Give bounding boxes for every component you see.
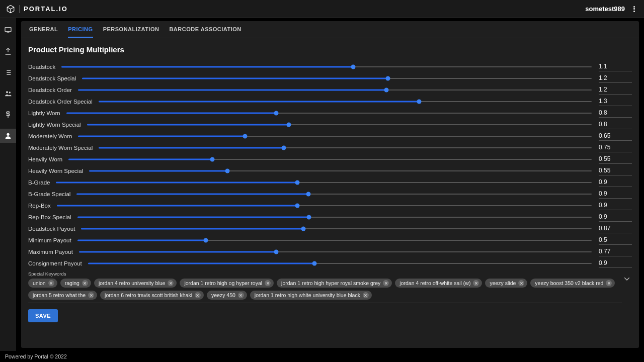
keywords-dropdown-icon[interactable] — [622, 277, 632, 281]
keyword-chip[interactable]: union — [28, 279, 57, 288]
slider-value-input[interactable]: 0.8 — [599, 109, 632, 118]
kebab-menu-icon[interactable] — [630, 5, 638, 13]
chip-remove-icon[interactable] — [473, 280, 479, 286]
keyword-chip[interactable]: jordan 1 retro high og hyper royal — [180, 279, 274, 288]
slider-thumb[interactable] — [417, 99, 421, 104]
dollar-icon[interactable] — [0, 108, 16, 122]
people-icon[interactable] — [0, 86, 16, 101]
keyword-chip[interactable]: jordan 1 retro high hyper royal smoke gr… — [277, 279, 392, 288]
slider-track[interactable] — [66, 112, 592, 114]
chip-remove-icon[interactable] — [518, 280, 524, 286]
chip-remove-icon[interactable] — [383, 280, 389, 286]
keyword-chip[interactable]: yeezy 450 — [207, 291, 247, 300]
chip-remove-icon[interactable] — [195, 292, 201, 298]
chip-remove-icon[interactable] — [82, 280, 88, 286]
slider-thumb[interactable] — [286, 122, 291, 127]
person-icon[interactable] — [0, 129, 16, 143]
keyword-chip[interactable]: jordan 5 retro what the — [28, 291, 97, 300]
tab-personalization[interactable]: PERSONALIZATION — [103, 21, 159, 38]
slider-track[interactable] — [77, 216, 592, 218]
slider-value-input[interactable]: 0.9 — [599, 201, 632, 210]
slider-value-input[interactable]: 0.77 — [599, 247, 632, 256]
slider-track[interactable] — [77, 239, 592, 241]
keyword-chip[interactable]: jordan 4 retro university blue — [94, 279, 177, 288]
slider-value-input[interactable]: 0.9 — [599, 190, 632, 199]
slider-track[interactable] — [88, 262, 592, 264]
slider-thumb[interactable] — [281, 145, 286, 150]
logo[interactable]: PORTAL.IO — [6, 5, 68, 14]
slider-row-b-grade: B-Grade0.9 — [28, 176, 632, 188]
slider-value-input[interactable]: 1.2 — [599, 74, 632, 83]
slider-value-input[interactable]: 0.65 — [599, 132, 632, 141]
slider-thumb[interactable] — [385, 76, 390, 80]
slider-thumb[interactable] — [306, 192, 311, 196]
slider-track[interactable] — [78, 135, 592, 137]
slider-thumb[interactable] — [312, 261, 317, 265]
panel-title: Product Pricing Multipliers — [28, 45, 632, 54]
slider-row-lightly-worn: Lightly Worn0.8 — [28, 107, 632, 119]
slider-thumb[interactable] — [306, 215, 311, 219]
tab-barcode-association[interactable]: BARCODE ASSOCIATION — [169, 21, 241, 38]
chip-remove-icon[interactable] — [88, 292, 94, 298]
monitor-icon[interactable] — [0, 23, 16, 37]
chip-remove-icon[interactable] — [606, 280, 612, 286]
slider-track[interactable] — [56, 182, 592, 184]
keyword-chip[interactable]: jordan 4 retro off-white sail (w) — [395, 279, 482, 288]
tabs: GENERALPRICINGPERSONALIZATIONBARCODE ASS… — [21, 21, 639, 38]
slider-thumb[interactable] — [301, 226, 305, 231]
slider-value-input[interactable]: 0.75 — [599, 143, 632, 152]
footer: Powered by Portal © 2022 — [0, 351, 644, 362]
keyword-chip[interactable]: jordan 1 retro high white university blu… — [250, 291, 372, 300]
slider-track[interactable] — [68, 158, 592, 160]
chip-remove-icon[interactable] — [363, 292, 369, 298]
slider-value-input[interactable]: 0.5 — [599, 236, 632, 245]
slider-track[interactable] — [78, 89, 592, 91]
slider-value-input[interactable]: 0.9 — [599, 259, 632, 268]
slider-value-input[interactable]: 0.87 — [599, 224, 632, 233]
slider-track[interactable] — [76, 193, 592, 195]
keywords-chips[interactable]: unionragingjordan 4 retro university blu… — [28, 279, 622, 303]
chip-remove-icon[interactable] — [238, 292, 244, 298]
tab-pricing[interactable]: PRICING — [68, 21, 93, 38]
slider-value-input[interactable]: 1.3 — [599, 97, 632, 106]
slider-thumb[interactable] — [351, 64, 355, 69]
slider-value-input[interactable]: 1.1 — [599, 62, 632, 71]
chip-remove-icon[interactable] — [168, 280, 174, 286]
keyword-chip[interactable]: yeezy slide — [485, 279, 527, 288]
slider-thumb[interactable] — [274, 249, 279, 254]
username[interactable]: sometest989 — [585, 5, 625, 13]
slider-track[interactable] — [89, 170, 592, 172]
keyword-chip[interactable]: jordan 6 retro travis scott british khak… — [100, 291, 204, 300]
slider-value-input[interactable]: 0.8 — [599, 120, 632, 129]
slider-thumb[interactable] — [243, 134, 248, 138]
slider-thumb[interactable] — [210, 157, 215, 161]
save-button[interactable]: SAVE — [28, 309, 58, 322]
slider-value-input[interactable]: 1.2 — [599, 85, 632, 95]
slider-thumb[interactable] — [204, 238, 208, 242]
slider-track[interactable] — [61, 66, 592, 68]
slider-track[interactable] — [79, 251, 592, 253]
slider-thumb[interactable] — [384, 87, 388, 92]
chip-remove-icon[interactable] — [265, 280, 271, 286]
slider-track[interactable] — [82, 77, 592, 79]
slider-thumb[interactable] — [274, 111, 279, 115]
slider-label: Heavily Worn — [28, 156, 68, 162]
slider-thumb[interactable] — [295, 203, 300, 208]
slider-thumb[interactable] — [225, 168, 229, 173]
slider-value-input[interactable]: 0.9 — [599, 178, 632, 187]
slider-track[interactable] — [87, 124, 592, 126]
slider-value-input[interactable]: 0.55 — [599, 166, 632, 175]
slider-value-input[interactable]: 0.55 — [599, 155, 632, 164]
keyword-chip[interactable]: raging — [60, 279, 91, 288]
slider-track[interactable] — [99, 101, 592, 103]
slider-thumb[interactable] — [295, 180, 299, 185]
keyword-chip[interactable]: yeezy boost 350 v2 black red — [530, 279, 615, 288]
slider-value-input[interactable]: 0.9 — [599, 213, 632, 222]
slider-track[interactable] — [57, 205, 592, 207]
slider-track[interactable] — [99, 147, 592, 149]
chip-remove-icon[interactable] — [48, 280, 54, 286]
list-icon[interactable] — [0, 65, 16, 79]
upload-icon[interactable] — [0, 44, 16, 58]
slider-track[interactable] — [81, 228, 592, 230]
tab-general[interactable]: GENERAL — [29, 21, 58, 38]
